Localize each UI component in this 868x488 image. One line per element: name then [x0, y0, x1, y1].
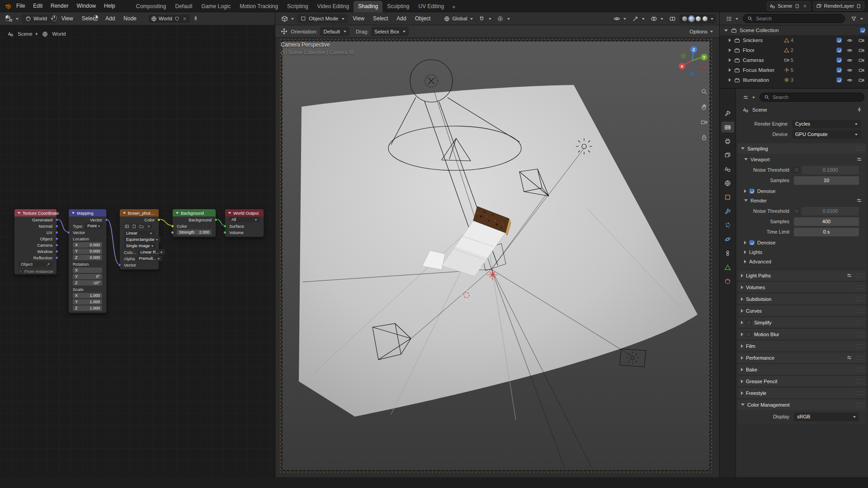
options-dropdown[interactable]: Options — [688, 28, 715, 35]
vp-menu-view[interactable]: View — [349, 14, 368, 23]
gizmos-dropdown[interactable] — [629, 14, 646, 23]
socket-surface[interactable] — [223, 225, 226, 228]
socket-volume[interactable] — [223, 231, 226, 234]
r-denoise-header[interactable]: Denoise — [738, 238, 866, 247]
tab-uv-editing[interactable]: UV Editing — [414, 1, 449, 12]
render-visibility-icon[interactable] — [857, 46, 865, 54]
camera-view-button[interactable] — [698, 117, 709, 127]
unlink-scene-icon[interactable] — [802, 2, 808, 10]
socket-uv[interactable] — [55, 231, 58, 234]
socket-object[interactable] — [55, 237, 58, 240]
socket-camera[interactable] — [55, 244, 58, 247]
alpha-dropdown[interactable]: Premult... — [137, 256, 162, 261]
eyedropper-icon[interactable] — [46, 262, 50, 267]
xray-toggle[interactable] — [666, 14, 678, 23]
overlays-dropdown[interactable] — [648, 14, 665, 23]
menu-window[interactable]: Window — [73, 1, 99, 10]
new-view-layer-icon[interactable] — [856, 2, 862, 10]
tab-scene[interactable] — [722, 164, 734, 174]
zoom-button[interactable] — [698, 86, 709, 97]
subsection-advanced-header[interactable]: Advanced — [738, 257, 866, 266]
node-menu-view[interactable]: View — [58, 14, 77, 23]
r-noise-threshold-field[interactable]: 0.0100 — [802, 207, 859, 216]
vp-noise-threshold-checkbox[interactable] — [794, 167, 799, 173]
socket-vector-in[interactable] — [67, 231, 70, 234]
pin-icon[interactable] — [855, 106, 863, 114]
from-instancer-checkbox[interactable] — [19, 269, 23, 273]
node-environment-texture[interactable]: brown_photostudi... Color Linear Equirec… — [119, 209, 159, 270]
transform-orientation-dropdown[interactable]: Global — [441, 14, 474, 23]
proportional-editing-toggle[interactable] — [495, 14, 512, 23]
node-menu-node[interactable]: Node — [120, 14, 140, 23]
editor-type-button[interactable] — [278, 14, 296, 23]
vp-denoise-header[interactable]: Denoise — [738, 186, 866, 196]
shader-type-dropdown[interactable]: World — [22, 14, 57, 23]
object-selector[interactable]: Object — [19, 262, 52, 267]
lock-view-button[interactable] — [698, 132, 709, 143]
navigation-gizmo[interactable]: Z Y X — [675, 44, 709, 78]
location-z-field[interactable]: Z0.000 — [73, 255, 102, 260]
node-canvas[interactable]: Scene World Texture Coordinate Generated… — [0, 25, 275, 477]
outliner-row-floor[interactable]: Floor 2 — [720, 45, 868, 55]
scale-x-field[interactable]: X1.000 — [73, 293, 102, 298]
subsection-lights-header[interactable]: Lights — [738, 247, 866, 257]
socket-background-out[interactable] — [214, 218, 217, 221]
object-visibility-dropdown[interactable] — [611, 14, 628, 23]
blender-logo-icon[interactable] — [4, 2, 12, 10]
location-x-field[interactable]: X0.000 — [73, 242, 102, 248]
node-world-output[interactable]: World Output All Surface Volume — [225, 209, 264, 237]
preset-icon[interactable] — [845, 272, 853, 280]
pin-icon[interactable] — [192, 14, 200, 23]
display-mode-button[interactable] — [723, 14, 740, 23]
rotation-x-field[interactable]: X — [73, 267, 102, 273]
scene-selector[interactable]: Scene — [767, 1, 811, 11]
motion-blur-checkbox[interactable] — [746, 332, 751, 337]
vp-menu-select[interactable]: Select — [369, 14, 392, 23]
tab-default[interactable]: Default — [170, 1, 197, 12]
outliner-search[interactable] — [743, 14, 845, 23]
node-background[interactable]: Background Background Color Strength2.00… — [172, 209, 216, 237]
node-texture-coordinate[interactable]: Texture Coordinate Generated Normal UV O… — [14, 209, 57, 275]
socket-reflection[interactable] — [55, 256, 58, 259]
world-datablock[interactable]: World — [148, 14, 190, 23]
tab-output[interactable] — [722, 136, 734, 146]
menu-edit[interactable]: Edit — [29, 1, 46, 10]
preset-icon[interactable] — [845, 354, 853, 362]
rotation-y-field[interactable]: Y0° — [73, 274, 102, 279]
ts-orientation-dropdown[interactable]: Default — [320, 27, 349, 36]
image-browse-button[interactable] — [124, 224, 130, 229]
tab-particles[interactable] — [722, 220, 734, 230]
selectable-checkbox[interactable] — [836, 47, 842, 53]
menu-render[interactable]: Render — [47, 1, 72, 10]
pan-button[interactable] — [698, 101, 709, 112]
vp-menu-add[interactable]: Add — [393, 14, 410, 23]
rotation-z-field[interactable]: Z-10° — [73, 280, 102, 286]
tab-sculpting[interactable]: Sculpting — [382, 1, 414, 12]
tab-game-logic[interactable]: Game Logic — [197, 1, 236, 12]
gizmo-x-axis[interactable]: X — [679, 63, 685, 70]
gizmo-neg-y-axis[interactable] — [681, 53, 686, 58]
target-dropdown[interactable]: All — [229, 217, 259, 222]
display-dropdown[interactable]: sRGB — [794, 413, 859, 421]
tab-view-layer[interactable] — [722, 150, 734, 160]
socket-vector-out[interactable] — [105, 218, 108, 221]
subsection-render-header[interactable]: Render — [738, 196, 866, 205]
fake-user-icon[interactable] — [174, 14, 180, 23]
projection-dropdown[interactable]: Equirectangular — [124, 237, 160, 242]
interpolation-dropdown[interactable]: Linear — [124, 230, 155, 236]
tab-modifiers[interactable] — [722, 206, 734, 216]
tab-object[interactable] — [722, 192, 734, 202]
ts-drag-dropdown[interactable]: Select Box — [371, 27, 409, 36]
scale-z-field[interactable]: Z1.000 — [73, 305, 102, 311]
preset-icon[interactable] — [855, 155, 863, 164]
shading-rendered-button[interactable] — [703, 16, 708, 21]
socket-window[interactable] — [55, 250, 58, 253]
unlink-world-icon[interactable] — [182, 14, 188, 23]
add-workspace-button[interactable]: + — [448, 2, 459, 12]
tab-physics[interactable] — [722, 234, 734, 244]
tab-scripting[interactable]: Scripting — [283, 1, 313, 12]
socket-color-in[interactable] — [171, 225, 174, 228]
socket-color-out[interactable] — [157, 218, 160, 221]
hide-eye-icon[interactable] — [845, 56, 854, 64]
tab-video-editing[interactable]: Video Editing — [313, 1, 354, 12]
